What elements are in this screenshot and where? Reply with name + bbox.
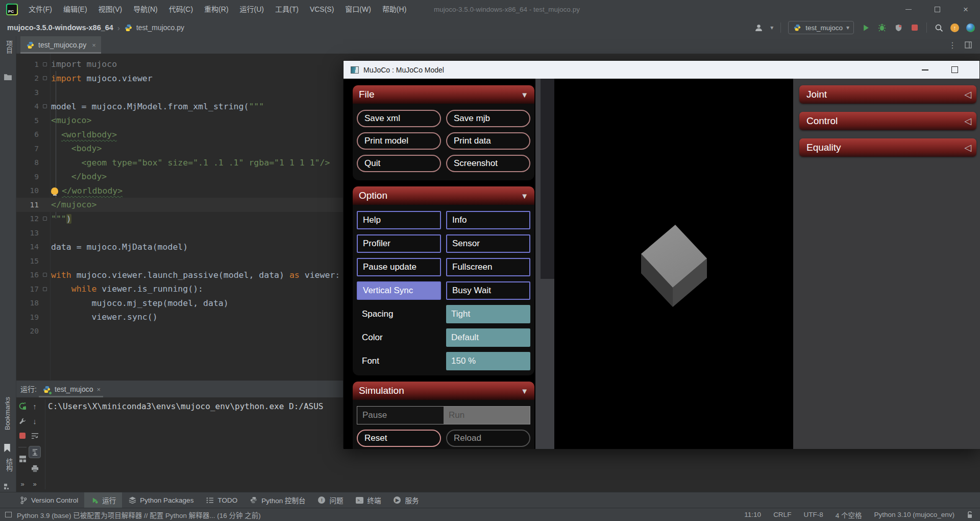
status-window-icon[interactable] (5, 512, 12, 517)
editor-tab[interactable]: test_mujoco.py × (20, 36, 101, 54)
menu-item[interactable]: 窗口(W) (339, 0, 377, 19)
stripe-structure-tab[interactable]: 结构 (4, 458, 14, 471)
option-toggle-help[interactable]: Help (357, 211, 441, 229)
stripe-bookmarks-tab[interactable]: Bookmarks (4, 397, 11, 430)
printer-icon[interactable] (30, 464, 39, 473)
menu-item[interactable]: 导航(N) (128, 0, 163, 19)
right-panel-header-equality[interactable]: Equality◁ (799, 138, 976, 157)
fold-marker-icon[interactable] (43, 104, 47, 108)
wrench-icon[interactable] (18, 416, 27, 425)
fold-marker-icon[interactable] (43, 287, 47, 291)
minimize-button[interactable] (894, 0, 923, 19)
rerun-icon[interactable] (18, 401, 27, 411)
run-config-selector[interactable]: test_mujoco ▾ (788, 21, 854, 34)
menu-item[interactable]: 工具(T) (270, 0, 304, 19)
breadcrumb-file[interactable]: test_mujoco.py (136, 23, 184, 32)
toolwindow-button-todo[interactable]: TODO (200, 492, 243, 508)
option-toggle-vertical-sync[interactable]: Vertical Sync (357, 281, 441, 300)
up-icon[interactable]: ↑ (30, 401, 39, 411)
mujoco-window[interactable]: MuJoCo : MuJoCo Model File▼ Save xmlSave… (343, 60, 980, 448)
fold-marker-icon[interactable] (43, 217, 47, 221)
option-section-header[interactable]: Option▼ (353, 186, 534, 205)
toolwindow-button-terminal[interactable]: >_终端 (349, 492, 387, 508)
editor-layout-icon[interactable] (964, 40, 973, 50)
toolwindow-button-run[interactable]: 运行 (84, 492, 122, 508)
file-section-header[interactable]: File▼ (353, 85, 534, 104)
file-button-save-xml[interactable]: Save xml (357, 110, 441, 127)
status-item[interactable]: 11:10 (744, 511, 761, 518)
simulation-section-header[interactable]: Simulation▼ (353, 382, 534, 400)
close-button[interactable]: × (951, 0, 980, 19)
option-toggle-pause-update[interactable]: Pause update (357, 258, 441, 276)
run-tab[interactable]: test_mujoco × (38, 381, 105, 398)
unlock-icon[interactable] (967, 511, 973, 518)
run-button[interactable] (861, 23, 870, 32)
simulation-button-reset[interactable]: Reset (357, 430, 441, 447)
option-toggle-fullscreen[interactable]: Fullscreen (446, 258, 530, 276)
menu-item[interactable]: 文件(F) (23, 0, 58, 19)
toolbox-sphere-icon[interactable] (966, 23, 975, 32)
intention-bulb-icon[interactable] (51, 187, 58, 195)
toolwindow-button-branch[interactable]: Version Control (13, 492, 84, 508)
menu-item[interactable]: 帮助(H) (377, 0, 412, 19)
status-item[interactable]: UTF-8 (803, 511, 823, 518)
user-account-icon[interactable] (754, 23, 763, 32)
mujoco-maximize-button[interactable] (943, 61, 966, 79)
status-message[interactable]: Python 3.9 (base) 已被配置为项目解释器 // 配置 Pytho… (17, 510, 261, 520)
structure-icon[interactable] (4, 483, 13, 492)
debug-button[interactable] (877, 23, 887, 32)
coverage-button[interactable] (894, 23, 903, 32)
segment-run[interactable]: Run (444, 407, 530, 424)
scrollend-icon[interactable] (29, 446, 41, 458)
search-everywhere-icon[interactable] (934, 23, 943, 32)
file-button-save-mjb[interactable]: Save mjb (446, 110, 530, 127)
mujoco-titlebar[interactable]: MuJoCo : MuJoCo Model (344, 61, 979, 79)
simulation-button-reload[interactable]: Reload (446, 430, 530, 447)
menu-item[interactable]: VCS(S) (304, 0, 339, 19)
softwrap-icon[interactable] (30, 431, 39, 440)
option-toggle-busy-wait[interactable]: Busy Wait (446, 281, 530, 300)
down-icon[interactable]: ↓ (30, 416, 39, 425)
more-chevrons[interactable]: » (20, 480, 24, 488)
menu-item[interactable]: 编辑(E) (58, 0, 93, 19)
stripe-project-tab[interactable]: 项目 (4, 40, 14, 54)
mujoco-minimize-button[interactable] (913, 61, 937, 79)
editor-options-icon[interactable]: ⋮ (948, 40, 957, 50)
option-toggle-info[interactable]: Info (446, 211, 530, 229)
menu-item[interactable]: 代码(C) (163, 0, 199, 19)
menu-item[interactable]: 重构(R) (199, 0, 234, 19)
toolwindow-button-services[interactable]: ▶服务 (387, 492, 425, 508)
tab-close-icon[interactable]: × (92, 41, 96, 49)
option-select-color[interactable]: Default (446, 328, 530, 347)
bookmark-icon[interactable] (4, 444, 13, 453)
breadcrumb-project[interactable]: mujoco-3.5.0-windows-x86_64 (7, 23, 113, 32)
folder-icon[interactable] (4, 73, 13, 82)
fold-marker-icon[interactable] (43, 273, 47, 277)
stop-icon[interactable] (18, 431, 27, 440)
file-button-quit[interactable]: Quit (357, 155, 441, 172)
toolwindow-button-python[interactable]: Python 控制台 (243, 492, 311, 508)
stop-button[interactable] (910, 23, 919, 32)
status-item[interactable]: CRLF (773, 511, 791, 518)
run-tab-close-icon[interactable]: × (96, 386, 101, 393)
status-item[interactable]: 4 个空格 (836, 510, 862, 520)
update-available-icon[interactable]: ↑ (950, 23, 959, 32)
user-dropdown-caret[interactable]: ▾ (770, 24, 773, 31)
maximize-button[interactable] (923, 0, 951, 19)
right-panel-header-control[interactable]: Control◁ (799, 112, 976, 130)
option-toggle-profiler[interactable]: Profiler (357, 234, 441, 253)
right-panel-header-joint[interactable]: Joint◁ (799, 85, 976, 104)
menu-item[interactable]: 视图(V) (93, 0, 128, 19)
mujoco-scrollbar-thumb[interactable] (541, 79, 554, 279)
more-chevrons[interactable]: » (33, 480, 36, 488)
fold-marker-icon[interactable] (43, 62, 47, 66)
mujoco-3d-viewport[interactable] (554, 79, 793, 449)
menu-item[interactable]: 运行(U) (234, 0, 270, 19)
fold-marker-icon[interactable] (43, 76, 47, 80)
simulation-run-toggle[interactable]: PauseRun (357, 406, 530, 424)
toolwindow-button-packages[interactable]: Python Packages (122, 492, 200, 508)
segment-pause[interactable]: Pause (357, 407, 444, 424)
file-button-print-model[interactable]: Print model (357, 132, 441, 150)
layout-icon[interactable] (18, 454, 27, 463)
file-button-screenshot[interactable]: Screenshot (446, 155, 530, 172)
